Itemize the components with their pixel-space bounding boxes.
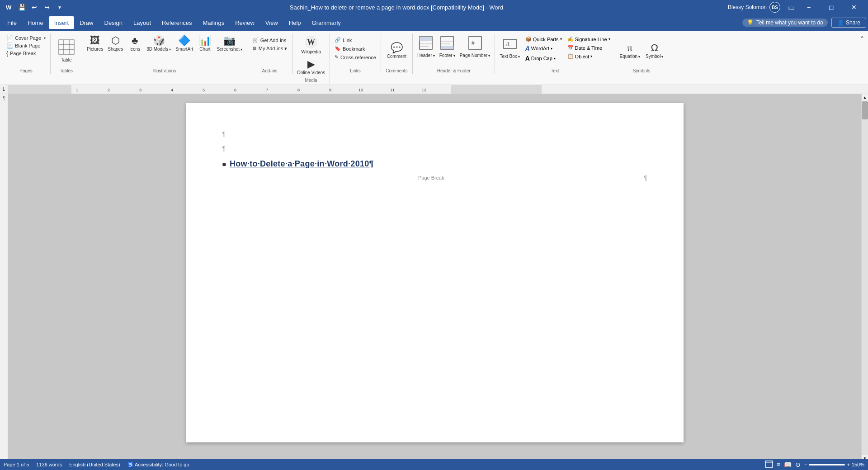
- text-box-label: Text Box: [500, 54, 519, 59]
- redo-button[interactable]: ↪: [42, 2, 52, 13]
- restore-button[interactable]: ◻: [821, 0, 842, 14]
- document-page[interactable]: ¶ ¶ ■ How·to·Delete·a·Page·in·Word·2010¶…: [186, 103, 684, 442]
- drop-cap-label: Drop Cap: [531, 56, 552, 61]
- quick-parts-button[interactable]: 📦 Quick Parts ▾: [524, 35, 564, 43]
- header-button[interactable]: Header: [415, 34, 437, 60]
- svg-text:A: A: [505, 40, 509, 47]
- chart-label: Chart: [199, 47, 210, 52]
- scroll-up-button[interactable]: ▲: [862, 94, 868, 101]
- date-time-icon: 📅: [567, 45, 574, 51]
- wordart-button[interactable]: A WordArt ▾: [524, 44, 564, 53]
- focus-button[interactable]: ⊙: [795, 461, 801, 468]
- cross-reference-button[interactable]: ✎ Cross-reference: [333, 53, 378, 61]
- date-time-button[interactable]: 📅 Date & Time: [566, 44, 612, 52]
- ribbon-group-addins: 🛒 Get Add-ins ⚙ My Add-ins ▾ Add-ins: [247, 33, 292, 74]
- get-addins-icon: 🛒: [252, 37, 259, 43]
- smartart-button[interactable]: 🔷 SmartArt: [174, 34, 195, 53]
- menu-insert[interactable]: Insert: [49, 16, 75, 29]
- text-box-button[interactable]: A Text Box: [498, 35, 521, 61]
- customize-quick-access-button[interactable]: ▼: [54, 2, 65, 13]
- bookmark-button[interactable]: 🔖 Bookmark: [333, 45, 367, 52]
- scrollbar-track[interactable]: [862, 101, 868, 455]
- link-button[interactable]: 🔗 Link: [333, 36, 354, 44]
- symbol-button[interactable]: Ω Symbol: [644, 42, 665, 61]
- ribbon: 📄 Cover Page ▾ 📃 Blank Page { Page Break…: [0, 31, 868, 85]
- cover-page-button[interactable]: 📄 Cover Page ▾: [5, 34, 47, 42]
- footer-button[interactable]: Footer: [438, 34, 457, 60]
- table-button[interactable]: Table: [54, 38, 79, 64]
- minimize-button[interactable]: −: [798, 0, 819, 14]
- ruler-corner-button[interactable]: L: [0, 85, 8, 94]
- signature-line-button[interactable]: ✍ Signature Line ▾: [566, 35, 612, 43]
- svg-rect-15: [469, 37, 481, 49]
- svg-text:6: 6: [234, 88, 236, 92]
- ribbon-group-header-footer: Header Footer: [413, 33, 495, 74]
- tell-me-input[interactable]: 💡 Tell me what you want to do: [742, 19, 828, 27]
- bookmark-label: Bookmark: [343, 46, 365, 52]
- 3d-models-button[interactable]: 🎲 3D Models: [145, 34, 173, 53]
- page-number-button[interactable]: # Page Number: [458, 34, 492, 60]
- link-icon: 🔗: [335, 37, 341, 43]
- object-dropdown-icon: ▾: [590, 54, 592, 58]
- comment-button[interactable]: 💬 Comment: [385, 42, 408, 61]
- menu-review[interactable]: Review: [230, 16, 260, 29]
- menu-mailings[interactable]: Mailings: [198, 16, 230, 29]
- collapse-ribbon-button[interactable]: ⌃: [858, 34, 866, 43]
- cross-reference-icon: ✎: [335, 54, 339, 60]
- wordart-icon: A: [525, 45, 530, 52]
- ribbon-display-options-button[interactable]: ▭: [786, 2, 797, 13]
- drop-cap-button[interactable]: A Drop Cap ▾: [524, 54, 564, 63]
- shapes-button[interactable]: ⬡ Shapes: [106, 34, 125, 53]
- user-name: Blessy Solomon: [728, 4, 767, 10]
- quick-parts-label: Quick Parts: [533, 37, 559, 42]
- online-videos-button[interactable]: ▶ Online Videos: [295, 58, 327, 77]
- header-icon: [419, 36, 433, 52]
- pictures-button[interactable]: 🖼 Pictures: [85, 34, 105, 53]
- undo-button[interactable]: ↩: [29, 2, 40, 13]
- share-button[interactable]: 👤 Share: [831, 18, 866, 28]
- menu-references[interactable]: References: [156, 16, 197, 29]
- scrollbar-thumb[interactable]: [862, 101, 868, 119]
- zoom-in-button[interactable]: +: [847, 462, 849, 467]
- read-mode-button[interactable]: 📖: [784, 461, 792, 468]
- save-button[interactable]: 💾: [16, 2, 27, 13]
- user-avatar[interactable]: BS: [769, 2, 780, 13]
- cover-page-dropdown-icon: ▾: [44, 36, 46, 40]
- svg-rect-19: [8, 85, 868, 94]
- zoom-slider[interactable]: [809, 464, 845, 465]
- blank-page-button[interactable]: 📃 Blank Page: [5, 42, 42, 49]
- svg-text:4: 4: [171, 88, 173, 92]
- icons-button[interactable]: ♣ Icons: [126, 34, 144, 53]
- page-break-button[interactable]: { Page Break: [5, 50, 38, 57]
- close-button[interactable]: ✕: [844, 0, 864, 14]
- svg-text:2: 2: [108, 88, 110, 92]
- menu-design[interactable]: Design: [99, 16, 128, 29]
- my-addins-button[interactable]: ⚙ My Add-ins ▾: [250, 45, 289, 52]
- menu-draw[interactable]: Draw: [74, 16, 99, 29]
- wikipedia-label: Wikipedia: [301, 49, 321, 55]
- wikipedia-button[interactable]: W Wikipedia: [297, 34, 325, 56]
- menu-help[interactable]: Help: [283, 16, 307, 29]
- chart-button[interactable]: 📊 Chart: [196, 34, 214, 53]
- screenshot-button[interactable]: 📷 Screenshot: [215, 34, 244, 53]
- vertical-scrollbar[interactable]: ▲ ▼: [861, 94, 868, 462]
- symbols-group-label: Symbols: [633, 67, 650, 73]
- accessibility-icon: ♿: [127, 462, 134, 467]
- comments-group-label: Comments: [386, 67, 407, 73]
- blank-page-icon: 📃: [6, 43, 13, 49]
- print-layout-button[interactable]: [765, 461, 773, 469]
- get-addins-button[interactable]: 🛒 Get Add-ins: [250, 36, 288, 44]
- zoom-out-button[interactable]: −: [804, 462, 807, 467]
- object-button[interactable]: 📋 Object ▾: [566, 52, 612, 60]
- document-canvas[interactable]: ¶ ¶ ■ How·to·Delete·a·Page·in·Word·2010¶…: [8, 94, 861, 462]
- menu-file[interactable]: File: [2, 16, 22, 29]
- menu-grammarly[interactable]: Grammarly: [307, 16, 346, 29]
- title-bar-right: Blessy Solomon BS ▭ − ◻ ✕: [728, 0, 864, 14]
- status-bar-right: ≡ 📖 ⊙ − + 150%: [765, 461, 864, 469]
- menu-home[interactable]: Home: [22, 16, 49, 29]
- web-layout-button[interactable]: ≡: [777, 461, 780, 468]
- drop-cap-icon: A: [525, 55, 530, 62]
- menu-layout[interactable]: Layout: [128, 16, 156, 29]
- menu-view[interactable]: View: [260, 16, 283, 29]
- equation-button[interactable]: π Equation: [618, 42, 642, 61]
